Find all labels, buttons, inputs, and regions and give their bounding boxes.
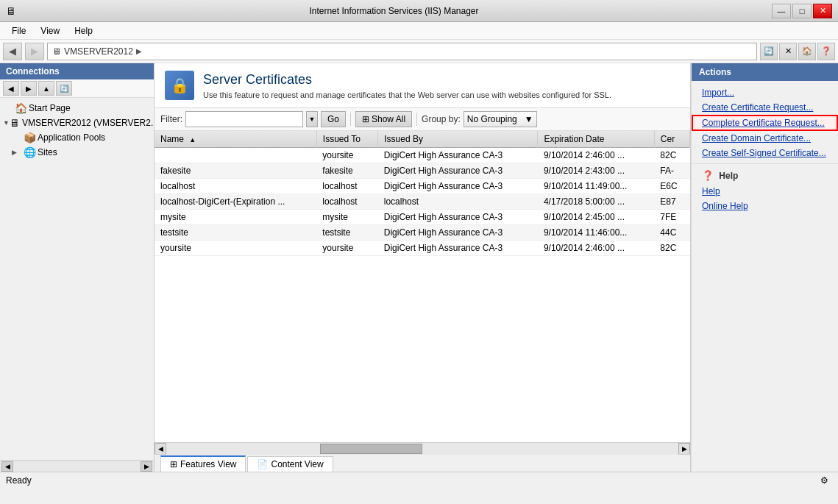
cell-issuedto-6: yoursite xyxy=(316,241,377,256)
apppools-icon: 📦 xyxy=(24,132,35,143)
home-button[interactable]: 🏠 xyxy=(798,43,816,60)
sidebar: Connections ◀ ▶ ▲ 🔄 🏠 Start Page ▼ 🖥 VMS… xyxy=(0,63,155,472)
table-row[interactable]: testsite testsite DigiCert High Assuranc… xyxy=(155,225,690,241)
content-area: 🔒 Server Certificates Use this feature t… xyxy=(155,63,691,472)
table-row[interactable]: localhost localhost DigiCert High Assura… xyxy=(155,179,690,194)
sidebar-tree: 🏠 Start Page ▼ 🖥 VMSERVER2012 (VMSERVER2… xyxy=(0,98,154,460)
col-expiration[interactable]: Expiration Date xyxy=(538,131,654,148)
tree-expand-vmserver: ▼ xyxy=(3,119,10,127)
table-row[interactable]: mysite mysite DigiCert High Assurance CA… xyxy=(155,210,690,225)
action-create-cert-request[interactable]: Create Certificate Request... xyxy=(692,100,838,115)
menu-bar: File View Help xyxy=(0,22,838,40)
cell-cer-1: FA- xyxy=(654,163,689,179)
sidebar-back-btn[interactable]: ◀ xyxy=(3,81,19,96)
horizontal-scrollbar: ◀ ▶ xyxy=(155,442,690,454)
stop-button[interactable]: ✕ xyxy=(779,43,797,60)
separator-1 xyxy=(350,113,351,126)
sidebar-forward-btn[interactable]: ▶ xyxy=(21,81,37,96)
status-text: Ready xyxy=(6,475,816,486)
separator-2 xyxy=(416,113,417,126)
help-section-title: ❓ Help xyxy=(692,167,838,184)
cell-expiration-4: 9/10/2014 2:45:00 ... xyxy=(538,210,654,225)
cell-issuedby-4: DigiCert High Assurance CA-3 xyxy=(378,210,538,225)
forward-button[interactable]: ▶ xyxy=(25,43,44,60)
groupby-arrow-icon: ▼ xyxy=(525,114,533,124)
vmserver-label: VMSERVER2012 (VMSERVER2... xyxy=(22,118,154,128)
sort-arrow-name: ▲ xyxy=(189,136,196,143)
go-button[interactable]: Go xyxy=(321,111,346,127)
content-view-icon: 📄 xyxy=(257,459,268,469)
cell-issuedby-6: DigiCert High Assurance CA-3 xyxy=(378,241,538,256)
col-issued-by[interactable]: Issued By xyxy=(378,131,538,148)
table-row[interactable]: yoursite DigiCert High Assurance CA-3 9/… xyxy=(155,148,690,163)
address-input[interactable]: 🖥 VMSERVER2012 ▶ xyxy=(47,43,757,60)
menu-file[interactable]: File xyxy=(4,24,33,38)
table-row[interactable]: yoursite yoursite DigiCert High Assuranc… xyxy=(155,241,690,256)
table-header-row: Name ▲ Issued To Issued By Expiration Da… xyxy=(155,131,690,148)
startpage-label: Start Page xyxy=(29,103,71,113)
action-import[interactable]: Import... xyxy=(692,85,838,100)
tab-features-view[interactable]: ⊞ Features View xyxy=(160,455,246,472)
cell-issuedto-2: localhost xyxy=(316,179,377,194)
maximize-button[interactable]: □ xyxy=(792,4,812,18)
page-description: Use this feature to request and manage c… xyxy=(203,90,611,99)
menu-view[interactable]: View xyxy=(33,24,67,38)
show-all-button[interactable]: ⊞ Show All xyxy=(355,111,412,127)
vmserver-icon: 🖥 xyxy=(10,117,20,129)
startpage-icon: 🏠 xyxy=(15,102,26,114)
table-row[interactable]: localhost-DigiCert-(Expiration ... local… xyxy=(155,194,690,210)
sidebar-item-startpage[interactable]: 🏠 Start Page xyxy=(0,101,154,116)
app-icon: 🖥 xyxy=(6,5,16,17)
cell-cer-2: E6C xyxy=(654,179,689,194)
cell-name-5: testsite xyxy=(155,225,316,241)
help-nav-button[interactable]: ❓ xyxy=(817,43,835,60)
sidebar-refresh-btn[interactable]: 🔄 xyxy=(56,81,72,96)
help-icon: ❓ xyxy=(702,170,714,181)
action-help[interactable]: Help xyxy=(692,184,838,199)
action-online-help[interactable]: Online Help xyxy=(692,199,838,213)
hscroll-track[interactable] xyxy=(166,443,678,455)
page-header-text: Server Certificates Use this feature to … xyxy=(203,72,611,99)
cell-cer-4: 7FE xyxy=(654,210,689,225)
action-complete-cert-request[interactable]: Complete Certificate Request... xyxy=(692,115,838,131)
actions-separator-1 xyxy=(692,163,838,164)
action-create-domain-cert[interactable]: Create Domain Certificate... xyxy=(692,131,838,146)
action-create-self-signed[interactable]: Create Self-Signed Certificate... xyxy=(692,146,838,160)
hscroll-right-btn[interactable]: ▶ xyxy=(678,443,690,455)
refresh-button[interactable]: 🔄 xyxy=(760,43,778,60)
address-path: VMSERVER2012 xyxy=(64,46,133,57)
sidebar-item-apppools[interactable]: 📦 Application Pools xyxy=(9,130,154,145)
groupby-select[interactable]: No Grouping ▼ xyxy=(464,111,537,127)
table-row[interactable]: fakesite fakesite DigiCert High Assuranc… xyxy=(155,163,690,179)
cell-issuedto-0: yoursite xyxy=(316,148,377,163)
col-name[interactable]: Name ▲ xyxy=(155,131,316,148)
cell-name-3: localhost-DigiCert-(Expiration ... xyxy=(155,194,316,210)
col-cer[interactable]: Cer xyxy=(654,131,689,148)
bottom-tabs: ⊞ Features View 📄 Content View xyxy=(155,454,690,472)
col-issued-to[interactable]: Issued To xyxy=(316,131,377,148)
cell-cer-5: 44C xyxy=(654,225,689,241)
back-button[interactable]: ◀ xyxy=(3,43,22,60)
page-header: 🔒 Server Certificates Use this feature t… xyxy=(155,63,690,108)
menu-help[interactable]: Help xyxy=(67,24,100,38)
cell-cer-6: 82C xyxy=(654,241,689,256)
close-button[interactable]: ✕ xyxy=(813,4,832,18)
hscroll-left-btn[interactable]: ◀ xyxy=(155,443,166,455)
main-layout: Connections ◀ ▶ ▲ 🔄 🏠 Start Page ▼ 🖥 VMS… xyxy=(0,63,838,472)
status-settings-icon[interactable]: ⚙ xyxy=(816,472,832,489)
sidebar-scroll-left[interactable]: ◀ xyxy=(1,461,13,472)
page-title: Server Certificates xyxy=(203,72,611,88)
window-controls: — □ ✕ xyxy=(772,4,832,18)
hscroll-thumb[interactable] xyxy=(320,444,422,454)
sidebar-up-btn[interactable]: ▲ xyxy=(38,81,54,96)
cert-table-body: yoursite DigiCert High Assurance CA-3 9/… xyxy=(155,148,690,256)
tab-content-view[interactable]: 📄 Content View xyxy=(247,456,333,472)
sidebar-item-sites[interactable]: ▶ 🌐 Sites xyxy=(9,145,154,160)
filter-input[interactable] xyxy=(185,111,303,127)
actions-content: Import... Create Certificate Request... … xyxy=(692,81,838,218)
filter-dropdown-btn[interactable]: ▼ xyxy=(306,111,318,127)
sidebar-item-vmserver[interactable]: ▼ 🖥 VMSERVER2012 (VMSERVER2... xyxy=(0,116,154,130)
sidebar-scroll-right[interactable]: ▶ xyxy=(141,461,152,472)
minimize-button[interactable]: — xyxy=(772,4,791,18)
show-all-label: Show All xyxy=(372,114,405,124)
